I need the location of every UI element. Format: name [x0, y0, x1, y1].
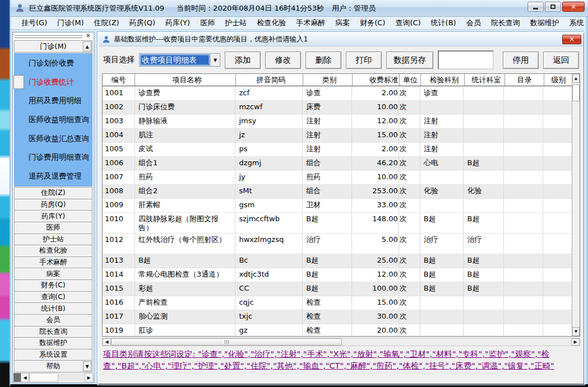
drag-grip-icon[interactable]	[15, 35, 82, 38]
table-cell	[464, 87, 504, 100]
scrollbar-thumb[interactable]	[572, 85, 580, 101]
scrollbar-thumb[interactable]	[111, 338, 342, 346]
toolbar-button[interactable]: 删除	[305, 52, 341, 69]
column-header[interactable]: 编号	[103, 74, 135, 86]
dialog-close-button[interactable]: ✕	[562, 35, 581, 44]
scroll-right-icon[interactable]: ▶	[571, 338, 580, 346]
sidebar-section-button[interactable]: 医师	[14, 222, 92, 234]
menu-item[interactable]: 护士站	[220, 17, 252, 29]
sidebar-item[interactable]: 门诊划价收费	[15, 54, 92, 73]
scrollbar-track[interactable]	[58, 373, 85, 382]
sidebar-item[interactable]: 医师收益明细查询	[15, 110, 92, 129]
column-header[interactable]: 收费标准	[353, 74, 400, 86]
scroll-up-icon[interactable]: ▲	[572, 74, 580, 83]
sidebar-group-outpatient[interactable]: 门诊(M) ▲	[14, 40, 92, 53]
column-header[interactable]: 检验科别	[421, 74, 465, 86]
table-cell: 148.00	[352, 213, 399, 233]
menu-item[interactable]: 统计(B)	[426, 17, 461, 29]
sidebar-close-icon[interactable]: ✕	[85, 33, 92, 40]
table-row[interactable]: 1010四肢静脉彩超（附图文报告）szjmccftwbB超148.00次B超B超	[103, 213, 572, 234]
chevron-down-icon[interactable]: ▼	[210, 54, 220, 66]
sidebar-section-button[interactable]: 住院(Z)	[14, 187, 92, 199]
table-row[interactable]: 1016产前检查cqjc检查15.00次	[103, 296, 572, 310]
close-button[interactable]: ✕	[562, 2, 585, 12]
scroll-down-icon[interactable]: ▼	[572, 327, 580, 336]
scroll-up-icon[interactable]: ▲	[83, 41, 91, 52]
scroll-left-icon[interactable]: ◀	[21, 373, 29, 382]
table-row[interactable]: 1019肛诊gz检查20.00次	[103, 324, 572, 336]
sidebar-section-button[interactable]: 药房(Q)	[14, 199, 92, 211]
table-row[interactable]: 1003静脉输液jmsy注射12.00次注射	[103, 115, 572, 129]
table-row[interactable]: 1002门诊床位费mzcwf床费10.00次	[103, 101, 572, 115]
column-header[interactable]: 目录	[505, 74, 544, 86]
scroll-right-icon[interactable]: ▶	[85, 373, 93, 382]
column-header[interactable]: 统计科室	[465, 74, 505, 86]
table-row[interactable]: 1001诊查费zcf诊查2.00次诊查	[103, 87, 572, 101]
sidebar-section-button[interactable]: 会员	[14, 314, 92, 327]
project-select-dropdown[interactable]: 收费项目明细表 ▼	[139, 53, 220, 67]
menu-item[interactable]: 药库(Y)	[160, 17, 195, 29]
table-cell: B超	[303, 282, 352, 296]
sidebar-item[interactable]: 门诊收费统计	[15, 73, 92, 92]
menu-item[interactable]: 药房(Q)	[124, 17, 160, 29]
column-header[interactable]: 单位	[400, 74, 421, 86]
column-header[interactable]: 级别	[544, 74, 573, 86]
return-button[interactable]: 返回	[543, 52, 579, 69]
sidebar-section-button[interactable]: 检查化验	[14, 245, 92, 257]
menu-item[interactable]: 院长查询	[486, 17, 525, 29]
table-row[interactable]: 1014常规心电图检查（3通道）xdtjc3tdB超12.00次B超B超	[103, 268, 572, 282]
sidebar-item[interactable]: 门诊费用明细查询	[15, 148, 92, 167]
scrollbar-track[interactable]	[342, 338, 571, 346]
menu-item[interactable]: 数据维护	[525, 17, 564, 29]
sidebar-section-button[interactable]: 系统设置	[14, 349, 92, 361]
scroll-down-icon[interactable]: ▼	[83, 361, 91, 371]
sidebar-section-button[interactable]: 手术麻醉	[14, 257, 92, 269]
sidebar-item[interactable]: 退药及退费管理	[15, 167, 92, 186]
table-row[interactable]: 1004肌注jz注射15.00次注射	[103, 129, 572, 143]
minimize-button[interactable]	[527, 2, 544, 12]
table-row[interactable]: 1013B超BcB超25.00次B超B超	[103, 254, 572, 268]
menu-item[interactable]: 病案	[330, 17, 355, 29]
sidebar-section-button[interactable]: 查询(C)	[14, 291, 92, 304]
column-header[interactable]: 项目名称	[135, 74, 236, 86]
sidebar-section-button[interactable]: 护士站	[14, 234, 92, 246]
toolbar-button[interactable]: 数据另存	[386, 52, 433, 69]
table-row[interactable]: 1009肝素帽gsm卫材33.00次	[103, 199, 572, 213]
stop-use-button[interactable]: 停用	[503, 52, 539, 69]
sidebar-section-button[interactable]: 数据维护	[14, 337, 92, 349]
menu-item[interactable]: 检查化验	[252, 17, 291, 29]
toolbar-button[interactable]: 修改	[265, 52, 301, 69]
sidebar-section-button[interactable]: 病案	[14, 268, 92, 280]
sidebar-section-button[interactable]: 帮助▼	[14, 360, 92, 372]
sidebar-item[interactable]: 医师收益汇总查询	[15, 129, 92, 148]
menu-item[interactable]: 医师	[195, 17, 220, 29]
menu-item[interactable]: 财务(C)	[355, 17, 390, 29]
column-header[interactable]: 拼音简码	[236, 74, 303, 86]
sidebar-section-button[interactable]: 统计(B)	[14, 302, 92, 315]
toolbar-button[interactable]: 打印	[346, 52, 382, 69]
discount-input[interactable]	[438, 50, 494, 69]
menu-item[interactable]: 住院(Z)	[89, 17, 124, 29]
table-row[interactable]: 1015彩超CCB超100.00次B超B超	[103, 282, 572, 296]
sidebar-item[interactable]: 用药及费用明细	[15, 91, 92, 110]
scrollbar-thumb[interactable]	[29, 373, 58, 382]
sidebar-section-button[interactable]: 财务(C)	[14, 279, 92, 292]
menu-item[interactable]: 会员	[461, 17, 486, 29]
toolbar-button[interactable]: 添加	[225, 52, 261, 69]
menu-item[interactable]: 手术麻醉	[291, 17, 330, 29]
menu-item[interactable]: 挂号(G)	[16, 17, 52, 29]
table-row[interactable]: 1006组合1dzgmj组合46.20次心电B超	[103, 157, 572, 171]
menu-item[interactable]: 门诊(M)	[52, 17, 89, 29]
menu-item[interactable]: 查询(C)	[390, 17, 425, 29]
table-row[interactable]: 1005皮试ps注射2.00次注射	[103, 143, 572, 157]
table-row[interactable]: 1008组合2sMt组合253.00次化验化验	[103, 185, 572, 199]
sidebar-section-button[interactable]: 药库(Y)	[14, 210, 92, 222]
scroll-left-icon[interactable]: ◀	[103, 338, 111, 346]
maximize-button[interactable]	[545, 2, 561, 12]
column-header[interactable]: 类别	[303, 74, 353, 86]
sidebar-section-button[interactable]: 院长查询	[14, 326, 92, 338]
table-cell: xdtjc3td	[235, 268, 303, 282]
table-row[interactable]: 1012红外线治疗（每个照射区）hwxzlmgzsq治疗5.00次治疗治疗	[103, 234, 572, 254]
table-row[interactable]: 1017胎心监测txjc检查30.00次	[103, 310, 572, 324]
table-row[interactable]: 1007煎药jy煎药10.00次	[103, 171, 572, 185]
